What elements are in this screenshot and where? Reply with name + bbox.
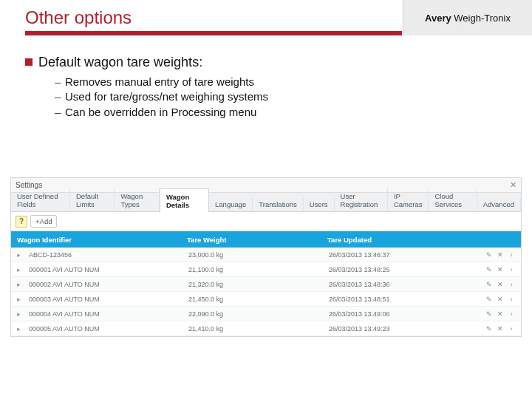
sub-bullet: –Removes manual entry of tare weights xyxy=(55,75,498,89)
edit-icon[interactable]: ✎ xyxy=(485,266,492,273)
cell-tare-updated: 26/03/2013 13:48:51 xyxy=(323,296,480,303)
expand-icon[interactable]: ▸ xyxy=(11,281,23,288)
delete-icon[interactable]: ✕ xyxy=(497,310,503,318)
bullet-square-icon xyxy=(25,58,33,66)
sub-bullet-text: Can be overridden in Processing menu xyxy=(65,106,256,118)
dash-icon: – xyxy=(55,105,65,120)
title-area: Other options xyxy=(0,0,399,35)
tab-user-defined-fields[interactable]: User Defined Fields xyxy=(11,188,70,211)
brand-rest: Weigh-Tronix xyxy=(451,13,511,24)
col-tare-weight[interactable]: Tare Weight xyxy=(181,236,321,244)
tab-wagon-types[interactable]: Wagon Types xyxy=(115,188,159,211)
row-actions: ✎✕‹ xyxy=(480,310,521,318)
bullet-heading-text: Default wagon tare weights: xyxy=(38,55,202,69)
edit-icon[interactable]: ✎ xyxy=(485,251,492,259)
sub-bullet: –Used for tare/gross/net weighing system… xyxy=(55,89,498,104)
expand-icon[interactable]: ▸ xyxy=(11,251,23,259)
dash-icon: – xyxy=(55,89,65,104)
sub-bullet-text: Used for tare/gross/net weighing systems xyxy=(65,90,268,103)
cell-tare-weight: 22,090.0 kg xyxy=(183,310,323,318)
cell-wagon-identifier: 000001 AVI AUTO NUM xyxy=(23,266,183,273)
help-button[interactable]: ? xyxy=(16,216,27,228)
close-icon[interactable]: ✕ xyxy=(510,180,516,190)
tab-cloud-services[interactable]: Cloud Services xyxy=(429,188,477,211)
table-row[interactable]: ▸000005 AVI AUTO NUM21,410.0 kg26/03/201… xyxy=(11,321,521,336)
edit-icon[interactable]: ✎ xyxy=(485,296,492,303)
cell-tare-weight: 21,450.0 kg xyxy=(183,296,323,303)
tab-wagon-details[interactable]: Wagon Details xyxy=(160,188,209,212)
more-icon[interactable]: ‹ xyxy=(508,266,515,273)
table-row[interactable]: ▸000004 AVI AUTO NUM22,090.0 kg26/03/201… xyxy=(11,307,521,321)
title-underline xyxy=(25,31,402,35)
brand-logo: Avery Weigh-Tronix xyxy=(403,0,532,35)
edit-icon[interactable]: ✎ xyxy=(485,325,492,332)
grid-body: ▸ABCD-12345623,000.0 kg26/03/2013 13:46:… xyxy=(11,248,521,336)
more-icon[interactable]: ‹ xyxy=(508,296,515,303)
dash-icon: – xyxy=(55,75,65,89)
cell-tare-updated: 26/03/2013 13:49:06 xyxy=(323,310,480,318)
delete-icon[interactable]: ✕ xyxy=(497,296,503,303)
expand-icon[interactable]: ▸ xyxy=(11,296,23,303)
tab-users[interactable]: Users xyxy=(304,197,335,211)
delete-icon[interactable]: ✕ xyxy=(497,325,503,332)
expand-icon[interactable]: ▸ xyxy=(11,266,23,273)
more-icon[interactable]: ‹ xyxy=(508,251,515,259)
add-button[interactable]: +Add xyxy=(30,215,57,228)
bullet-heading: Default wagon tare weights: xyxy=(25,55,498,70)
cell-tare-weight: 23,000.0 kg xyxy=(183,251,323,259)
cell-tare-updated: 26/03/2013 13:48:36 xyxy=(323,281,480,288)
table-row[interactable]: ▸000003 AVI AUTO NUM21,450.0 kg26/03/201… xyxy=(11,292,521,307)
cell-wagon-identifier: 000003 AVI AUTO NUM xyxy=(23,296,183,303)
more-icon[interactable]: ‹ xyxy=(508,325,515,332)
tab-user-registration[interactable]: User Registration xyxy=(335,188,388,211)
tab-language[interactable]: Language xyxy=(209,197,253,211)
cell-tare-updated: 26/03/2013 13:46:37 xyxy=(323,251,480,259)
expand-icon[interactable]: ▸ xyxy=(11,310,23,318)
tab-translations[interactable]: Translations xyxy=(253,197,303,211)
tab-ip-cameras[interactable]: IP Cameras xyxy=(388,188,429,211)
tab-default-limits[interactable]: Default Limits xyxy=(70,188,115,211)
delete-icon[interactable]: ✕ xyxy=(497,251,503,259)
row-actions: ✎✕‹ xyxy=(480,266,521,273)
col-wagon-identifier[interactable]: Wagon Identifier xyxy=(11,236,181,244)
delete-icon[interactable]: ✕ xyxy=(497,281,503,288)
sub-bullet-text: Removes manual entry of tare weights xyxy=(65,75,254,88)
col-tare-updated[interactable]: Tare Updated xyxy=(321,236,480,244)
settings-window: Settings ✕ User Defined Fields Default L… xyxy=(10,177,522,337)
row-actions: ✎✕‹ xyxy=(480,325,521,332)
tab-advanced[interactable]: Advanced xyxy=(477,197,521,211)
cell-wagon-identifier: 000005 AVI AUTO NUM xyxy=(23,325,183,332)
more-icon[interactable]: ‹ xyxy=(508,310,515,318)
cell-tare-updated: 26/03/2013 13:48:25 xyxy=(323,266,480,273)
delete-icon[interactable]: ✕ xyxy=(497,266,503,273)
edit-icon[interactable]: ✎ xyxy=(485,281,492,288)
cell-wagon-identifier: ABCD-123456 xyxy=(23,251,183,259)
row-actions: ✎✕‹ xyxy=(480,281,521,288)
cell-wagon-identifier: 000004 AVI AUTO NUM xyxy=(23,310,183,318)
table-row[interactable]: ▸ABCD-12345623,000.0 kg26/03/2013 13:46:… xyxy=(11,248,521,262)
table-row[interactable]: ▸000002 AVI AUTO NUM21,320.0 kg26/03/201… xyxy=(11,277,521,292)
tab-strip: User Defined Fields Default Limits Wagon… xyxy=(11,193,521,212)
cell-tare-weight: 21,320.0 kg xyxy=(183,281,323,288)
cell-tare-updated: 26/03/2013 13:49:23 xyxy=(323,325,480,332)
expand-icon[interactable]: ▸ xyxy=(11,325,23,332)
edit-icon[interactable]: ✎ xyxy=(485,310,492,318)
cell-wagon-identifier: 000002 AVI AUTO NUM xyxy=(23,281,183,288)
grid-toolbar: ? +Add xyxy=(11,212,521,231)
cell-tare-weight: 21,100.0 kg xyxy=(183,266,323,273)
bullet-block: Default wagon tare weights: –Removes man… xyxy=(25,55,498,120)
cell-tare-weight: 21,410.0 kg xyxy=(183,325,323,332)
slide-header: Other options Avery Weigh-Tronix xyxy=(0,0,532,46)
table-row[interactable]: ▸000001 AVI AUTO NUM21,100.0 kg26/03/201… xyxy=(11,262,521,277)
row-actions: ✎✕‹ xyxy=(480,251,521,259)
more-icon[interactable]: ‹ xyxy=(508,281,515,288)
grid-header: Wagon Identifier Tare Weight Tare Update… xyxy=(11,231,521,248)
sub-bullet: –Can be overridden in Processing menu xyxy=(55,105,498,120)
slide-title: Other options xyxy=(25,7,132,28)
brand-bold: Avery xyxy=(425,13,451,24)
row-actions: ✎✕‹ xyxy=(480,296,521,303)
